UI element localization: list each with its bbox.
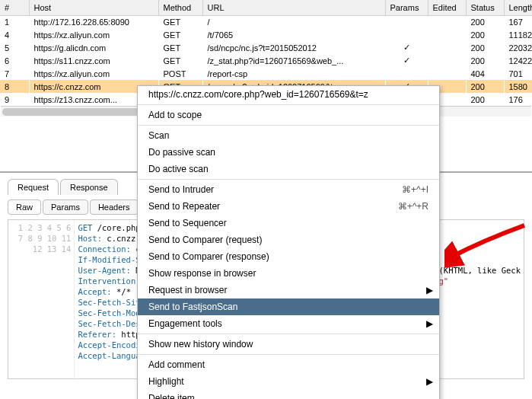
menu-item[interactable]: Send to Comparer (response) bbox=[138, 248, 439, 265]
column-header[interactable]: URL bbox=[202, 0, 385, 15]
cell: https://xz.aliyun.com bbox=[29, 28, 158, 41]
cell: 6 bbox=[0, 54, 29, 67]
column-header[interactable]: Edited bbox=[428, 0, 466, 15]
cell bbox=[385, 28, 428, 41]
cell: 200 bbox=[466, 93, 504, 106]
table-row[interactable]: 1http://172.16.228.65:8090GET/200167 bbox=[0, 15, 532, 28]
cell bbox=[428, 28, 466, 41]
menu-item[interactable]: Request in browser▶ bbox=[138, 282, 439, 298]
column-header[interactable]: Method bbox=[158, 0, 202, 15]
cell: GET bbox=[158, 54, 202, 67]
cell: 7 bbox=[0, 67, 29, 80]
cell: / bbox=[202, 15, 385, 28]
menu-item[interactable]: Show new history window bbox=[138, 336, 439, 353]
menu-item[interactable]: Add comment bbox=[138, 356, 439, 373]
cell: 200 bbox=[466, 41, 504, 54]
context-menu[interactable]: https://c.cnzz.com/core.php?web_id=12607… bbox=[137, 85, 440, 399]
tab-response[interactable]: Response bbox=[60, 179, 118, 195]
cell bbox=[428, 67, 466, 80]
cell: 176 bbox=[504, 93, 532, 106]
cell: GET bbox=[158, 41, 202, 54]
cell: 11182 bbox=[504, 28, 532, 41]
table-row[interactable]: 6https://s11.cnzz.comGET/z_stat.php?id=1… bbox=[0, 54, 532, 67]
cell: ✓ bbox=[385, 54, 428, 67]
subtab-params[interactable]: Params bbox=[43, 200, 88, 215]
submenu-arrow-icon: ▶ bbox=[426, 376, 433, 387]
submenu-arrow-icon: ▶ bbox=[426, 285, 433, 295]
cell: POST bbox=[158, 67, 202, 80]
cell: 8 bbox=[0, 80, 29, 93]
submenu-arrow-icon: ▶ bbox=[426, 318, 433, 329]
cell: 167 bbox=[504, 15, 532, 28]
cell bbox=[428, 15, 466, 28]
table-row[interactable]: 7https://xz.aliyun.comPOST/report-csp404… bbox=[0, 67, 532, 80]
column-header[interactable]: Params bbox=[385, 0, 428, 15]
column-header[interactable]: Status bbox=[466, 0, 504, 15]
column-header[interactable]: Host bbox=[29, 0, 158, 15]
menu-item-fastjsonscan[interactable]: Send to FastjsonScan bbox=[138, 298, 439, 315]
table-row[interactable]: 5https://g.alicdn.comGET/sd/ncpc/nc.js?t… bbox=[0, 41, 532, 54]
cell: 200 bbox=[466, 28, 504, 41]
menu-item[interactable]: Do active scan bbox=[138, 161, 439, 177]
cell: 200 bbox=[466, 54, 504, 67]
cell: http://172.16.228.65:8090 bbox=[29, 15, 158, 28]
subtab-raw[interactable]: Raw bbox=[8, 200, 41, 215]
cell: 9 bbox=[0, 93, 29, 106]
cell: 4 bbox=[0, 28, 29, 41]
menu-title: https://c.cnzz.com/core.php?web_id=12607… bbox=[138, 86, 439, 103]
cell: 1 bbox=[0, 15, 29, 28]
menu-item[interactable]: Scan bbox=[138, 127, 439, 144]
cell: https://xz.aliyun.com bbox=[29, 67, 158, 80]
menu-item[interactable]: Delete item bbox=[138, 390, 439, 399]
menu-item[interactable]: Show response in browser bbox=[138, 265, 439, 282]
cell: 200 bbox=[466, 15, 504, 28]
menu-item[interactable]: Add to scope bbox=[138, 107, 439, 123]
menu-item[interactable]: Send to Intruder⌘+^+I bbox=[138, 181, 439, 198]
menu-item[interactable]: Send to Comparer (request) bbox=[138, 231, 439, 248]
cell: 12422 bbox=[504, 54, 532, 67]
cell: 701 bbox=[504, 67, 532, 80]
table-row[interactable]: 4https://xz.aliyun.comGET/t/706520011182 bbox=[0, 28, 532, 41]
cell: GET bbox=[158, 28, 202, 41]
cell: 404 bbox=[466, 67, 504, 80]
cell bbox=[385, 67, 428, 80]
menu-item[interactable]: Send to Sequencer bbox=[138, 215, 439, 231]
column-header[interactable]: # bbox=[0, 0, 29, 15]
menu-item[interactable]: Highlight▶ bbox=[138, 373, 439, 390]
menu-item[interactable]: Do passive scan bbox=[138, 144, 439, 161]
tab-request[interactable]: Request bbox=[8, 179, 59, 195]
cell: 200 bbox=[466, 80, 504, 93]
cell: GET bbox=[158, 15, 202, 28]
cell: 1580 bbox=[504, 80, 532, 93]
column-header[interactable]: Length bbox=[504, 0, 532, 15]
cell: /t/7065 bbox=[202, 28, 385, 41]
cell: 5 bbox=[0, 41, 29, 54]
cell: /z_stat.php?id=1260716569&web_... bbox=[202, 54, 385, 67]
cell: 22032 bbox=[504, 41, 532, 54]
cell bbox=[428, 54, 466, 67]
cell: /sd/ncpc/nc.js?t=2015052012 bbox=[202, 41, 385, 54]
cell: ✓ bbox=[385, 41, 428, 54]
cell bbox=[385, 15, 428, 28]
cell: https://g.alicdn.com bbox=[29, 41, 158, 54]
cell: https://s11.cnzz.com bbox=[29, 54, 158, 67]
subtab-headers[interactable]: Headers bbox=[90, 200, 139, 215]
cell bbox=[428, 41, 466, 54]
cell: /report-csp bbox=[202, 67, 385, 80]
menu-item[interactable]: Engagement tools▶ bbox=[138, 315, 439, 332]
menu-item[interactable]: Send to Repeater⌘+^+R bbox=[138, 198, 439, 215]
